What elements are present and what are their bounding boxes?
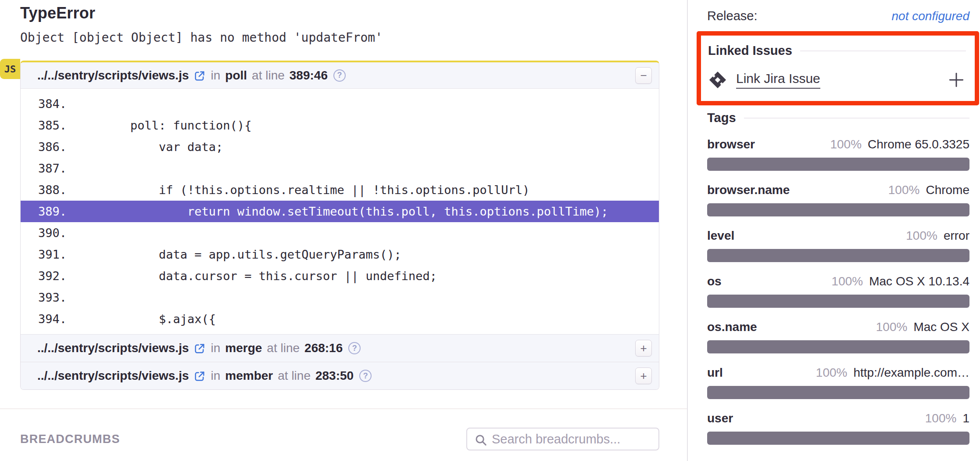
stacktrace: JS ../../sentry/scripts/views.js in poll… — [20, 61, 659, 390]
stack-frame-header-member: ../../sentry/scripts/views.js in member … — [21, 362, 659, 389]
link-jira-issue-link[interactable]: Link Jira Issue — [736, 71, 820, 89]
tag-percent: 100% — [832, 274, 863, 288]
issue-page: TypeError Object [object Object] has no … — [0, 0, 980, 461]
tag-row-url: url100%http://example.com… — [707, 366, 969, 399]
tags-section: Tags browser100%Chrome 65.0.3325 browser… — [707, 111, 969, 445]
tag-name[interactable]: os.name — [707, 320, 757, 334]
frame-file-path: ../../sentry/scripts/views.js — [37, 68, 189, 83]
jira-icon — [708, 70, 727, 90]
external-link-icon[interactable] — [193, 370, 206, 382]
tag-row-os-name: os.name100%Mac OS X — [707, 320, 969, 353]
tag-distribution-bar[interactable] — [707, 158, 969, 171]
frame-in-label: in — [211, 341, 221, 355]
code-line: 394. $.ajax({ — [21, 308, 659, 330]
header-rule — [744, 118, 969, 119]
release-not-configured-link[interactable]: not configured — [892, 9, 969, 23]
stack-frame-header-merge: ../../sentry/scripts/views.js in merge a… — [21, 334, 659, 362]
section-divider — [0, 408, 687, 409]
help-icon[interactable]: ? — [348, 342, 361, 354]
linked-issues-title: Linked Issues — [708, 43, 792, 58]
tag-distribution-bar[interactable] — [707, 340, 969, 353]
frame-in-label: in — [211, 68, 221, 83]
tag-distribution-bar[interactable] — [707, 386, 969, 399]
release-row: Release: not configured — [707, 9, 969, 23]
expand-frame-button[interactable]: + — [635, 340, 652, 357]
code-line: 388. if (!this.options.realtime || !this… — [21, 179, 659, 201]
tag-row-os: os100%Mac OS X 10.13.4 — [707, 274, 969, 308]
frame-atline-label: at line — [278, 369, 311, 383]
tag-name[interactable]: url — [707, 366, 723, 380]
main-column: TypeError Object [object Object] has no … — [0, 0, 687, 461]
tag-name[interactable]: user — [707, 411, 733, 425]
external-link-icon[interactable] — [193, 342, 206, 355]
tag-value[interactable]: Mac OS X — [913, 320, 969, 334]
error-message: Object [object Object] has no method 'up… — [20, 30, 659, 46]
tag-value[interactable]: 1 — [962, 411, 969, 425]
tag-percent: 100% — [830, 137, 862, 151]
code-line: 384. — [21, 93, 659, 115]
frame-function-name: member — [225, 369, 273, 383]
help-icon[interactable]: ? — [359, 370, 372, 382]
tag-value[interactable]: Mac OS X 10.13.4 — [869, 274, 969, 288]
frame-atline-label: at line — [267, 341, 300, 355]
tag-percent: 100% — [925, 411, 957, 425]
tag-name[interactable]: browser — [707, 137, 755, 151]
code-line: 391. data = app.utils.getQueryParams(); — [21, 244, 659, 265]
expand-frame-button[interactable]: + — [635, 367, 652, 384]
tag-value[interactable]: Chrome 65.0.3325 — [868, 137, 969, 151]
frame-file-path: ../../sentry/scripts/views.js — [37, 369, 189, 383]
stacktrace-card: ../../sentry/scripts/views.js in poll at… — [20, 61, 659, 390]
breadcrumbs-section: BREADCRUMBS — [20, 428, 659, 450]
code-line: 390. — [21, 222, 659, 244]
header-rule — [800, 50, 966, 51]
code-line: 385. poll: function(){ — [21, 115, 659, 136]
tag-distribution-bar[interactable] — [707, 295, 969, 308]
search-icon — [474, 433, 487, 447]
search-input[interactable] — [492, 432, 658, 447]
error-type-title: TypeError — [20, 4, 659, 23]
add-linked-issue-icon[interactable] — [947, 70, 966, 90]
tag-row-browser-name: browser.name100%Chrome — [707, 183, 969, 216]
source-code-block: 384. 385. poll: function(){ 386. var dat… — [21, 89, 659, 334]
tag-distribution-bar[interactable] — [707, 432, 969, 445]
tag-value[interactable]: error — [944, 229, 969, 243]
tags-header: Tags — [707, 111, 969, 125]
code-line: 393. — [21, 287, 659, 308]
frame-in-label: in — [211, 369, 221, 383]
frame-line-number: 283:50 — [315, 369, 354, 383]
breadcrumbs-title: BREADCRUMBS — [20, 432, 120, 446]
external-link-icon[interactable] — [193, 70, 206, 82]
code-line: 392. data.cursor = this.cursor || undefi… — [21, 265, 659, 287]
tag-name[interactable]: os — [707, 274, 722, 288]
tag-distribution-bar[interactable] — [707, 249, 969, 262]
tag-row-level: level100%error — [707, 229, 969, 262]
code-line-highlighted: 389. return window.setTimeout(this.poll,… — [21, 201, 659, 222]
frame-atline-label: at line — [252, 68, 285, 83]
tag-value[interactable]: Chrome — [926, 183, 969, 197]
linked-issues-annotation-box: Linked Issues Link Jira Issue — [697, 31, 979, 105]
frame-function-name: merge — [225, 341, 262, 355]
frame-line-number: 389:46 — [290, 68, 328, 83]
code-line: 386. var data; — [21, 136, 659, 158]
release-label: Release: — [707, 9, 757, 23]
link-jira-issue-row: Link Jira Issue — [708, 70, 966, 90]
breadcrumbs-search[interactable] — [466, 428, 659, 450]
tags-title: Tags — [707, 111, 736, 125]
collapse-frame-button[interactable]: − — [635, 67, 652, 84]
frame-function-name: poll — [225, 68, 247, 83]
tag-value[interactable]: http://example.com… — [853, 366, 969, 380]
tag-percent: 100% — [906, 229, 937, 243]
stack-frame-header-poll: ../../sentry/scripts/views.js in poll at… — [21, 62, 659, 89]
tag-percent: 100% — [816, 366, 848, 380]
help-icon[interactable]: ? — [333, 69, 346, 82]
tag-name[interactable]: level — [707, 229, 734, 243]
frame-file-path: ../../sentry/scripts/views.js — [37, 341, 189, 355]
code-line: 387. — [21, 158, 659, 179]
linked-issues-header: Linked Issues — [708, 43, 966, 58]
platform-js-badge: JS — [0, 59, 20, 79]
tag-name[interactable]: browser.name — [707, 183, 790, 197]
tag-percent: 100% — [876, 320, 908, 334]
tag-row-user: user100%1 — [707, 411, 969, 445]
tag-percent: 100% — [888, 183, 920, 197]
tag-distribution-bar[interactable] — [707, 203, 969, 216]
